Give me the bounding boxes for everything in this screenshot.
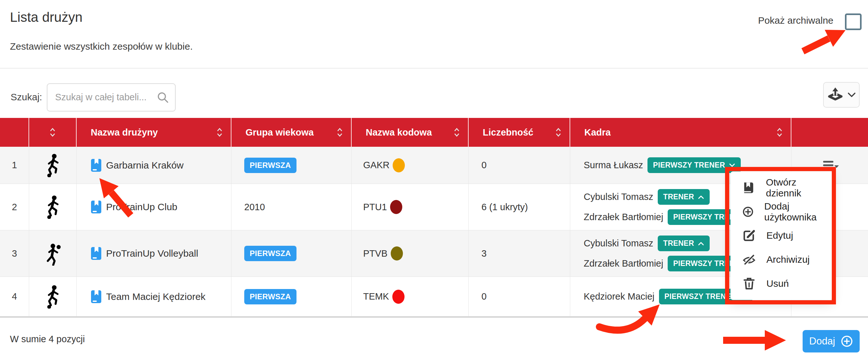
chevron-down-icon: [847, 92, 856, 98]
export-icon: [827, 87, 844, 103]
team-name[interactable]: ProTrainUp Volleyball: [106, 248, 198, 259]
team-code: GAKR: [363, 160, 390, 170]
sort-icon: [216, 127, 223, 137]
staff-name: Zdrzałek Bartłomiej: [584, 258, 663, 269]
sort-icon: [453, 127, 460, 137]
col-size-header[interactable]: Liczebność: [469, 118, 570, 147]
team-color-dot: [393, 158, 405, 172]
search-icon: [157, 92, 168, 103]
chevron-up-icon: [698, 241, 704, 246]
journal-icon[interactable]: [91, 159, 102, 172]
chevron-up-icon: [698, 195, 704, 199]
team-color-dot: [390, 200, 402, 214]
age-group-badge: PIERWSZA: [244, 158, 297, 173]
col-index-header: [0, 118, 29, 147]
team-code: PTVB: [363, 248, 388, 259]
sort-icon: [776, 127, 783, 137]
staff-name: Cybulski Tomasz: [584, 238, 653, 249]
staff-name: Zdrzałek Bartłomiej: [584, 212, 663, 222]
summary-text: W sumie 4 pozycji: [10, 334, 85, 344]
search-label: Szukaj:: [10, 92, 42, 103]
plus-circle-icon: [840, 335, 853, 348]
add-button[interactable]: Dodaj: [803, 330, 860, 353]
staff-role-badge[interactable]: TRENER: [658, 235, 710, 251]
search-box: [47, 83, 176, 111]
page-subtitle: Zestawienie wszystkich zespołów w klubie…: [10, 41, 193, 52]
age-group-badge: PIERWSZA: [244, 246, 297, 261]
football-player-icon: [44, 154, 61, 177]
volleyball-player-icon: [44, 241, 61, 266]
row-index: 3: [0, 230, 29, 276]
staff-role-badge[interactable]: TRENER: [658, 189, 710, 205]
team-name[interactable]: Garbarnia Kraków: [106, 160, 184, 171]
row-index: 4: [0, 277, 29, 316]
export-button[interactable]: [823, 82, 860, 108]
team-color-dot: [391, 246, 403, 261]
sort-icon: [555, 127, 562, 137]
show-archived-checkbox[interactable]: [845, 13, 862, 30]
col-age-group-header[interactable]: Grupa wiekowa: [231, 118, 352, 147]
team-code: PTU1: [363, 202, 387, 212]
staff-name: Surma Łukasz: [584, 160, 643, 170]
age-group-text: 2010: [244, 202, 265, 212]
row-index: 2: [0, 184, 29, 230]
journal-icon[interactable]: [91, 290, 102, 303]
search-input[interactable]: [55, 84, 155, 110]
team-size: 3: [469, 230, 570, 276]
col-code-header[interactable]: Nazwa kodowa: [352, 118, 469, 147]
team-size: 0: [469, 147, 570, 184]
team-code: TEMK: [363, 291, 389, 302]
col-sport-header[interactable]: [29, 118, 76, 147]
journal-icon[interactable]: [91, 200, 102, 214]
journal-icon[interactable]: [91, 247, 102, 260]
table-header-row: Nazwa drużyny Grupa wiekowa Nazwa kodowa…: [0, 118, 868, 147]
row-index: 1: [0, 147, 29, 184]
header-divider: [0, 68, 868, 69]
annotation-highlight-box: [725, 167, 836, 304]
team-size: 6 (1 ukryty): [469, 184, 570, 230]
team-size: 0: [469, 277, 570, 316]
football-player-icon: [44, 195, 61, 219]
team-color-dot: [392, 290, 404, 304]
table-bottom-border: [0, 317, 868, 318]
show-archived-label: Pokaż archiwalne: [758, 15, 833, 26]
football-player-icon: [44, 285, 61, 308]
sort-icon: [336, 127, 343, 137]
staff-name: Kędziorek Maciej: [584, 291, 654, 302]
col-actions-header: [792, 118, 868, 147]
team-name[interactable]: Team Maciej Kędziorek: [106, 291, 206, 302]
page-title: Lista drużyn: [10, 10, 82, 25]
col-name-header[interactable]: Nazwa drużyny: [76, 118, 231, 147]
sort-icon: [49, 127, 56, 137]
age-group-badge: PIERWSZA: [244, 289, 297, 304]
col-staff-header[interactable]: Kadra: [570, 118, 792, 147]
staff-name: Cybulski Tomasz: [584, 192, 653, 202]
team-name[interactable]: ProTrainUp Club: [106, 202, 177, 212]
